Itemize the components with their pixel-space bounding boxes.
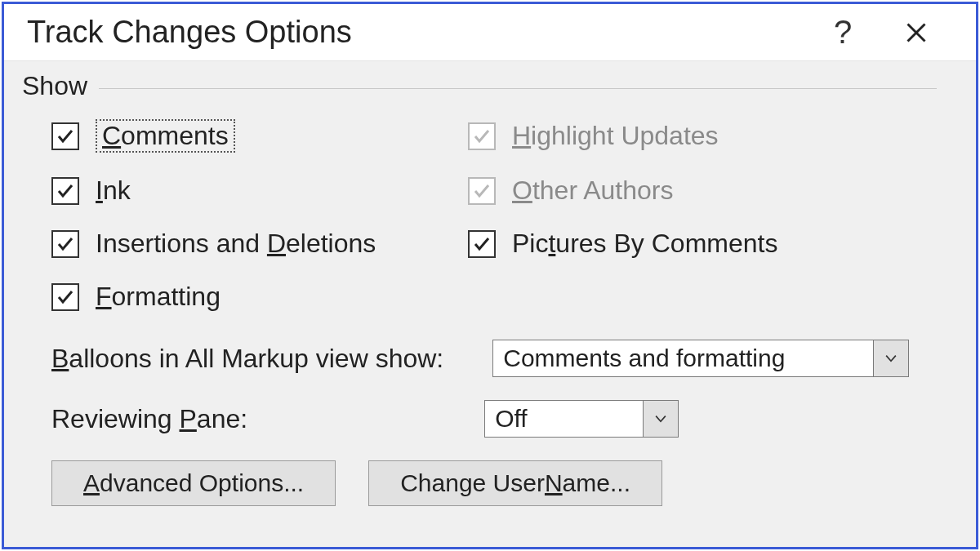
pane-row: Reviewing Pane: Off	[51, 400, 937, 438]
checkbox-ink-row[interactable]: Ink	[51, 176, 468, 206]
balloons-row: Balloons in All Markup view show: Commen…	[51, 340, 937, 377]
checkbox-insertions-label: Insertions and Deletions	[96, 229, 376, 259]
checkbox-ink-label: Ink	[96, 176, 131, 206]
close-icon	[905, 21, 928, 44]
pane-dropdown[interactable]: Off	[484, 400, 679, 438]
checkbox-insertions[interactable]	[51, 230, 79, 258]
pane-value[interactable]: Off	[484, 400, 643, 438]
change-user-name-button[interactable]: Change User Name...	[368, 460, 662, 506]
group-divider	[99, 88, 937, 89]
checkbox-highlight-label: Highlight Updates	[512, 121, 719, 151]
button-row: Advanced Options... Change User Name...	[51, 460, 937, 506]
checkmark-icon	[472, 127, 492, 146]
checkbox-pictures[interactable]	[468, 230, 496, 258]
pane-label: Reviewing Pane:	[51, 404, 247, 434]
advanced-options-button[interactable]: Advanced Options...	[51, 460, 336, 506]
dialog-title: Track Changes Options	[27, 15, 806, 50]
checkbox-other	[468, 177, 496, 205]
checkbox-pictures-row[interactable]: Pictures By Comments	[468, 229, 937, 259]
checkmark-icon	[472, 181, 492, 201]
checkbox-formatting-row[interactable]: Formatting	[51, 282, 468, 312]
balloons-label: Balloons in All Markup view show:	[51, 344, 443, 374]
checkbox-comments-label: Comments	[96, 119, 235, 153]
dialog-content: Show Comments Highlight Updates	[4, 61, 976, 522]
checkbox-highlight-row: Highlight Updates	[468, 119, 937, 153]
group-show-label: Show	[22, 71, 87, 101]
pane-dropdown-button[interactable]	[643, 400, 679, 438]
checkbox-other-row: Other Authors	[468, 176, 937, 206]
checkbox-other-label: Other Authors	[512, 176, 673, 206]
group-show-header: Show	[22, 71, 937, 101]
checkbox-comments-row[interactable]: Comments	[51, 119, 468, 153]
checkbox-comments[interactable]	[51, 122, 79, 150]
close-button[interactable]	[880, 8, 953, 57]
checkmark-icon	[56, 234, 75, 254]
checkmark-icon	[472, 234, 492, 254]
track-changes-dialog: Track Changes Options ? Show Comments	[2, 2, 978, 549]
balloons-dropdown-button[interactable]	[873, 340, 909, 377]
checkbox-insertions-row[interactable]: Insertions and Deletions	[51, 229, 468, 259]
checkbox-pictures-label: Pictures By Comments	[512, 229, 777, 259]
chevron-down-icon	[883, 350, 899, 367]
balloons-value[interactable]: Comments and formatting	[492, 340, 873, 377]
titlebar: Track Changes Options ?	[4, 4, 976, 61]
help-button[interactable]: ?	[806, 8, 880, 57]
checkbox-formatting-label: Formatting	[96, 282, 220, 312]
checkmark-icon	[56, 181, 75, 201]
checkmark-icon	[56, 287, 75, 307]
checkbox-formatting[interactable]	[51, 283, 79, 311]
balloons-dropdown[interactable]: Comments and formatting	[492, 340, 909, 377]
checkmark-icon	[56, 127, 75, 146]
checkbox-highlight	[468, 122, 496, 150]
chevron-down-icon	[653, 411, 669, 427]
checkbox-grid: Comments Highlight Updates Ink Other	[51, 119, 937, 312]
checkbox-ink[interactable]	[51, 177, 79, 205]
